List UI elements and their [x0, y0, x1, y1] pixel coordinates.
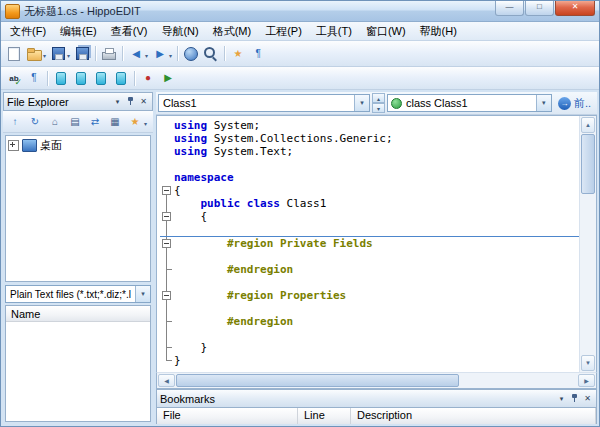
previous-bookmark-button[interactable]	[72, 69, 90, 88]
pin-icon[interactable]	[125, 96, 136, 107]
new-file-button[interactable]	[5, 44, 23, 63]
horizontal-scrollbar[interactable]: ◀ ▶	[156, 372, 597, 389]
fold-margin	[160, 184, 174, 197]
web-preview-button[interactable]	[182, 44, 200, 63]
fold-margin	[160, 223, 174, 236]
pin-icon[interactable]	[569, 393, 580, 404]
view-whitespace-icon: ¶	[250, 46, 266, 62]
file-explorer-panel: File Explorer ↑↻⌂▤⇄▦★ 桌面 Plain Text file…	[3, 92, 153, 424]
file-list[interactable]	[6, 322, 150, 421]
tree-item[interactable]: 桌面	[6, 136, 150, 155]
show-all-files-button[interactable]: ▤	[66, 112, 84, 131]
menu-item-navigate[interactable]: 导航(N)	[154, 22, 205, 41]
panel-menu-icon[interactable]	[556, 393, 567, 404]
navigate-up-button[interactable]: ↑	[6, 112, 24, 131]
panel-menu-icon[interactable]	[112, 96, 123, 107]
code-line: namespace	[160, 171, 579, 184]
spell-check-icon	[6, 70, 22, 86]
views-button[interactable]: ▦	[106, 112, 124, 131]
play-macro-button[interactable]: ▶	[159, 69, 177, 88]
fold-margin	[160, 328, 174, 341]
menu-item-tools[interactable]: 工具(T)	[309, 22, 359, 41]
fold-collapse-icon[interactable]	[162, 186, 171, 195]
open-file-button[interactable]	[25, 44, 47, 63]
menu-item-help[interactable]: 帮助(H)	[413, 22, 464, 41]
member-combo-value: class Class1	[402, 97, 536, 109]
navigate-forward-dropdown-arrow[interactable]	[169, 48, 172, 60]
code-line: #endregion	[160, 315, 579, 328]
menu-item-file[interactable]: 文件(F)	[3, 22, 53, 41]
favorites-button[interactable]: ★	[229, 44, 247, 63]
chevron-down-icon[interactable]	[354, 95, 369, 111]
clear-bookmarks-button[interactable]	[112, 69, 130, 88]
fold-collapse-icon[interactable]	[162, 212, 171, 221]
code-line: using System.Collections.Generic;	[160, 132, 579, 145]
save-all-button[interactable]	[73, 44, 91, 63]
print-button[interactable]	[100, 44, 118, 63]
bookmarks-column-file[interactable]: File	[157, 408, 298, 424]
scope-combo[interactable]: Class1	[158, 94, 370, 112]
save-dropdown-arrow[interactable]	[67, 48, 70, 60]
bookmarks-column-description[interactable]: Description	[351, 408, 596, 424]
scroll-down-button[interactable]: ▼	[581, 355, 595, 371]
navigate-forward-button[interactable]: 前..	[554, 96, 595, 111]
code-line: using System;	[160, 119, 579, 132]
refresh-button[interactable]: ↻	[26, 112, 44, 131]
favorites-icon: ★	[230, 46, 246, 62]
workspace: File Explorer ↑↻⌂▤⇄▦★ 桌面 Plain Text file…	[1, 90, 599, 426]
open-file-dropdown-arrow[interactable]	[43, 48, 46, 60]
navigate-back-dropdown-arrow[interactable]	[145, 48, 148, 60]
vertical-scroll-track[interactable]	[580, 134, 596, 354]
menu-item-project[interactable]: 工程(P)	[258, 22, 309, 41]
scroll-right-button[interactable]: ▶	[578, 374, 595, 387]
file-filter-combo[interactable]: Plain Text files (*.txt;*.diz;*.l	[5, 285, 151, 303]
maximize-button[interactable]: □	[525, 1, 554, 16]
navigate-back-button[interactable]: ◀	[127, 44, 149, 63]
toggle-bookmark-button[interactable]	[52, 69, 70, 88]
close-icon[interactable]	[138, 96, 149, 107]
close-icon[interactable]	[582, 393, 593, 404]
vertical-scrollbar[interactable]: ▲ ▼	[579, 116, 596, 372]
bookmarks-column-line[interactable]: Line	[298, 408, 351, 424]
main-toolbar: ◀▶★¶	[1, 41, 599, 67]
member-combo[interactable]: class Class1	[387, 94, 552, 112]
next-bookmark-button[interactable]	[92, 69, 110, 88]
spinner-down-button[interactable]	[372, 103, 385, 113]
chevron-down-icon[interactable]	[536, 95, 551, 111]
vertical-scroll-thumb[interactable]	[581, 134, 595, 194]
find-button[interactable]	[202, 44, 220, 63]
code-line: #region Private Fields	[160, 237, 579, 250]
favorites-menu-button[interactable]: ★	[126, 112, 148, 131]
horizontal-scroll-thumb[interactable]	[176, 374, 459, 387]
code-area[interactable]: using System;using System.Collections.Ge…	[157, 116, 579, 372]
favorites-menu-dropdown-arrow[interactable]	[144, 116, 147, 128]
scroll-up-button[interactable]: ▲	[581, 117, 595, 133]
view-whitespace-button[interactable]: ¶	[249, 44, 267, 63]
spinner-up-button[interactable]	[372, 93, 385, 103]
expand-icon[interactable]	[8, 140, 19, 151]
file-list-name-header[interactable]: Name	[6, 306, 150, 322]
fold-collapse-icon[interactable]	[162, 239, 171, 248]
menu-item-edit[interactable]: 编辑(E)	[53, 22, 104, 41]
home-desktop-button[interactable]: ⌂	[46, 112, 64, 131]
fold-collapse-icon[interactable]	[162, 291, 171, 300]
close-button[interactable]: ✕	[555, 1, 595, 16]
folder-tree[interactable]: 桌面	[5, 135, 151, 282]
fold-margin	[160, 210, 174, 223]
horizontal-scroll-track[interactable]	[176, 373, 577, 388]
scope-combo-value: Class1	[159, 97, 354, 109]
spell-check-button[interactable]	[5, 69, 23, 88]
menu-item-window[interactable]: 窗口(W)	[359, 22, 413, 41]
name-column-label: Name	[11, 308, 40, 320]
scroll-left-button[interactable]: ◀	[158, 374, 175, 387]
play-macro-icon: ▶	[160, 70, 176, 86]
save-button[interactable]	[49, 44, 71, 63]
word-wrap-button[interactable]: ¶	[25, 69, 43, 88]
menu-item-format[interactable]: 格式(M)	[206, 22, 259, 41]
navigate-forward-button[interactable]: ▶	[151, 44, 173, 63]
minimize-button[interactable]: —	[495, 1, 524, 16]
record-macro-button[interactable]: ●	[139, 69, 157, 88]
chevron-down-icon[interactable]	[135, 286, 150, 302]
menu-item-view[interactable]: 查看(V)	[104, 22, 155, 41]
sync-with-document-button[interactable]: ⇄	[86, 112, 104, 131]
